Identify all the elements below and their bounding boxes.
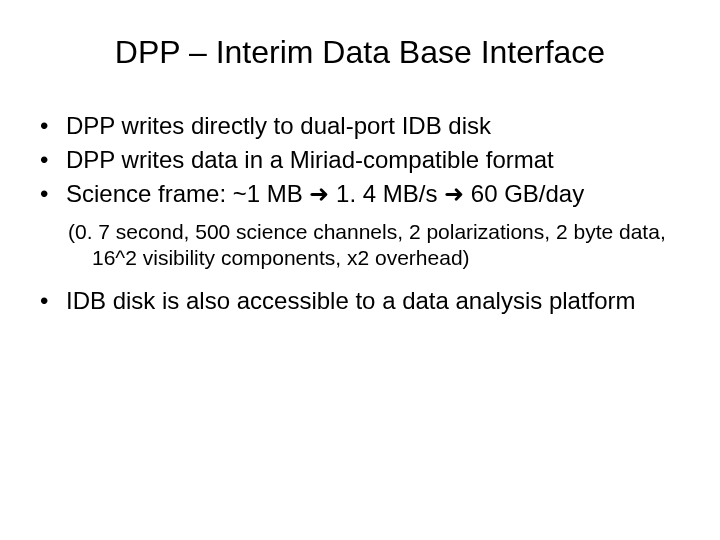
sub-bullet: (0. 7 second, 500 science channels, 2 po…: [30, 219, 690, 272]
bullet-list-2: IDB disk is also accessible to a data an…: [30, 286, 690, 316]
bullet-item: Science frame: ~1 MB ➜ 1. 4 MB/s ➜ 60 GB…: [40, 179, 690, 209]
bullet-item: DPP writes directly to dual-port IDB dis…: [40, 111, 690, 141]
slide-title: DPP – Interim Data Base Interface: [30, 34, 690, 71]
bullet-item: DPP writes data in a Miriad-compatible f…: [40, 145, 690, 175]
bullet-list: DPP writes directly to dual-port IDB dis…: [30, 111, 690, 209]
slide: DPP – Interim Data Base Interface DPP wr…: [0, 0, 720, 540]
bullet-item: IDB disk is also accessible to a data an…: [40, 286, 690, 316]
